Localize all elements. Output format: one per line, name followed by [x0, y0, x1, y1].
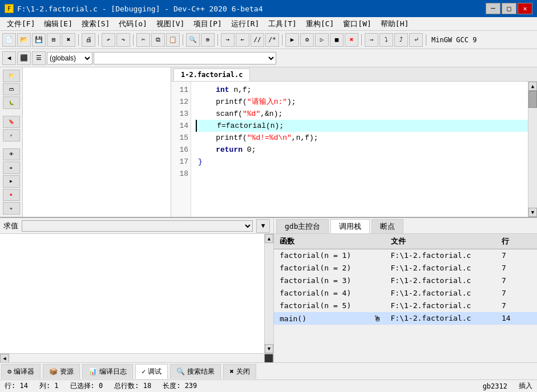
code-line-15: printf("%d!=%d\n",n,f); — [196, 132, 528, 144]
close-file-button[interactable]: ✖ — [62, 33, 75, 47]
tab-breakpoints[interactable]: 断点 — [372, 219, 403, 233]
tab-gdb[interactable]: gdb主控台 — [276, 219, 329, 233]
table-row[interactable]: main() 🖱 F:\1-2.factorial.c 14 — [274, 312, 537, 325]
menu-tools[interactable]: 工具[T] — [264, 18, 301, 30]
paste-button[interactable]: 📋 — [166, 33, 180, 47]
copy-button[interactable]: ⧉ — [151, 33, 165, 47]
nav-classes-icon[interactable]: 🗃 — [3, 83, 20, 96]
status-sel: 已选择: 0 — [70, 381, 103, 391]
separator-2 — [98, 34, 99, 46]
redo-button[interactable]: ↷ — [116, 33, 130, 47]
replace-button[interactable]: ⊕ — [201, 33, 215, 47]
comment-button[interactable]: // — [251, 33, 264, 47]
nav-files-icon[interactable]: 📁 — [3, 70, 20, 82]
symbol-combo[interactable] — [94, 52, 276, 64]
nav-struct-icon[interactable]: ⚡ — [3, 129, 20, 142]
close-tab-label: 关闭 — [236, 367, 250, 377]
eval-input[interactable] — [22, 220, 253, 232]
debug-btn3[interactable]: ⤴ — [394, 33, 408, 47]
code-line-11: int n,f; — [196, 84, 528, 96]
scroll-up-button[interactable]: ▲ — [528, 82, 537, 91]
func-list-button[interactable]: ☰ — [32, 51, 46, 65]
tab-file[interactable]: 1-2.factorial.c — [173, 68, 250, 81]
scroll-track[interactable] — [528, 91, 537, 208]
eval-scroll-track[interactable] — [265, 243, 273, 344]
find-button[interactable]: 🔍 — [186, 33, 200, 47]
nav-step-icon[interactable]: ▶ — [3, 175, 20, 188]
status-col: 列: 1 — [39, 381, 59, 391]
debug-btn1[interactable]: ⇒ — [365, 33, 378, 47]
save-button[interactable]: 💾 — [32, 33, 46, 47]
menu-project[interactable]: 项目[P] — [189, 18, 226, 30]
table-row[interactable]: factorial(n = 5) F:\1-2.factorial.c 7 — [274, 300, 537, 312]
table-row[interactable]: factorial(n = 2) F:\1-2.factorial.c 7 — [274, 262, 537, 274]
menu-window[interactable]: 窗口[W] — [338, 18, 376, 30]
bottom-tab-resources[interactable]: 📦 资源 — [43, 364, 80, 379]
unindent-button[interactable]: ← — [236, 33, 249, 47]
eval-hscroll-left[interactable]: ◀ — [0, 354, 9, 363]
scroll-down-button[interactable]: ▼ — [528, 208, 537, 217]
table-row[interactable]: factorial(n = 1) F:\1-2.factorial.c 7 — [274, 249, 537, 262]
new-button[interactable]: 📄 — [2, 33, 16, 47]
print-button[interactable]: 🖨 — [82, 33, 95, 47]
bottom-tab-compile-log[interactable]: 📊 编译日志 — [82, 364, 133, 379]
menu-view[interactable]: 视图[V] — [152, 18, 189, 30]
compile-button[interactable]: ⚙ — [300, 33, 314, 47]
close-button[interactable]: ✕ — [518, 3, 532, 14]
table-row[interactable]: factorial(n = 3) F:\1-2.factorial.c 7 — [274, 274, 537, 287]
save-all-button[interactable]: ⊞ — [47, 33, 60, 47]
cut-button[interactable]: ✂ — [136, 33, 150, 47]
maximize-button[interactable]: □ — [502, 3, 516, 14]
cell-func: factorial(n = 3) — [277, 275, 389, 286]
globals-combo[interactable]: (globals) — [47, 52, 92, 64]
menu-search[interactable]: 搜索[S] — [77, 18, 114, 30]
undo-button[interactable]: ↶ — [102, 33, 115, 47]
back-button[interactable]: ◀ — [2, 51, 16, 65]
menu-code[interactable]: 代码[o] — [114, 18, 151, 30]
class-browser-button[interactable]: ⬛ — [17, 51, 31, 65]
scroll-thumb[interactable] — [528, 91, 537, 108]
nav-debug-icon[interactable]: 🐛 — [3, 96, 20, 109]
nav-locals-icon[interactable]: ≡ — [3, 161, 20, 174]
vertical-scrollbar[interactable]: ▲ ▼ — [528, 82, 537, 217]
debug-btn4[interactable]: ⤶ — [409, 33, 423, 47]
bottom-tab-compiler[interactable]: ⚙ 编译器 — [1, 364, 41, 379]
separator-3 — [133, 34, 134, 46]
menu-help[interactable]: 帮助[H] — [376, 18, 413, 30]
code-line-18 — [196, 168, 528, 180]
nav-add-watch-icon[interactable]: + — [3, 202, 20, 215]
open-button[interactable]: 📂 — [17, 33, 31, 47]
uncomment-button[interactable]: /* — [265, 33, 279, 47]
nav-stop-debug-icon[interactable]: ✖ — [3, 189, 20, 201]
nav-watch-icon[interactable]: 👁 — [3, 148, 20, 161]
menu-run[interactable]: 运行[R] — [227, 18, 264, 30]
bottom-tab-debug[interactable]: ✓ 调试 — [135, 364, 168, 379]
nav-bookmark-icon[interactable]: 🔖 — [3, 116, 20, 128]
bottom-tab-close[interactable]: ✖ 关闭 — [223, 364, 256, 379]
menu-edit[interactable]: 编辑[E] — [39, 18, 76, 30]
minimize-button[interactable]: ─ — [486, 3, 500, 14]
debug-btn2[interactable]: ⤵ — [379, 33, 393, 47]
resources-tab-label: 资源 — [60, 367, 74, 377]
run-button[interactable]: ▷ — [315, 33, 329, 47]
stop-button[interactable]: ■ — [330, 33, 344, 47]
menu-file[interactable]: 文件[F] — [2, 18, 39, 30]
bottom-tab-search[interactable]: 🔍 搜索结果 — [170, 364, 221, 379]
separator-4 — [183, 34, 183, 46]
compiler-tab-icon: ⚙ — [7, 367, 11, 375]
status-encoding: gb2312 — [483, 382, 507, 390]
compile-run-button[interactable]: ▶ — [285, 33, 299, 47]
cell-func: main() 🖱 — [277, 313, 389, 324]
table-row[interactable]: factorial(n = 4) F:\1-2.factorial.c 7 — [274, 287, 537, 300]
eval-scroll-up[interactable]: ▲ — [265, 234, 273, 243]
indent-button[interactable]: → — [221, 33, 235, 47]
code-line-16: return 0; — [196, 144, 528, 156]
eval-scroll-down[interactable]: ▼ — [265, 344, 273, 353]
code-content[interactable]: int n,f; printf("请输入n:"); scanf("%d",&n)… — [191, 82, 528, 217]
debug-stop-button[interactable]: ✖ — [345, 33, 358, 47]
eval-dropdown-button[interactable]: ▼ — [256, 219, 270, 233]
menu-refactor[interactable]: 重构[C] — [301, 18, 338, 30]
separator-8 — [426, 34, 426, 46]
separator-5 — [217, 34, 218, 46]
tab-callstack[interactable]: 调用栈 — [330, 219, 370, 233]
